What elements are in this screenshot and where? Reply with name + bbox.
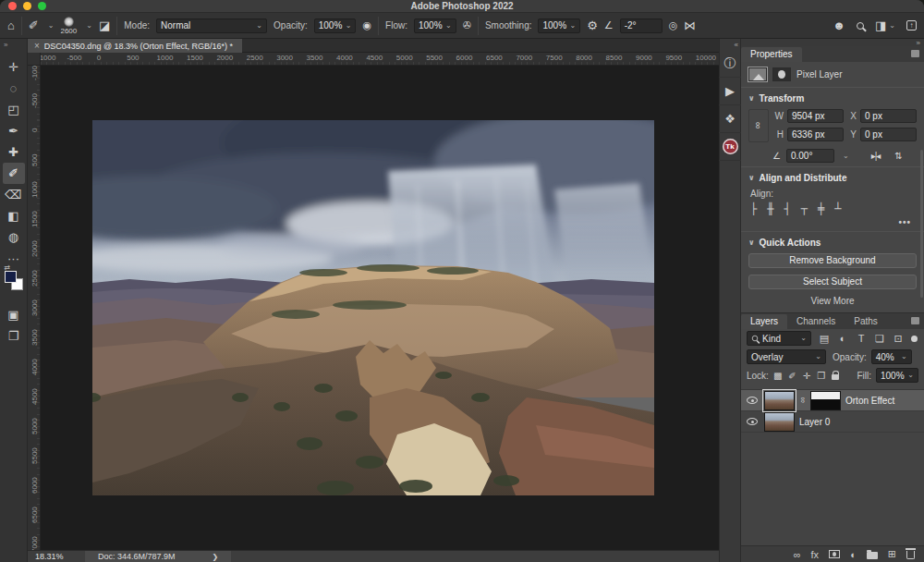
layer-row-layer-0[interactable]: Layer 0 [741, 411, 924, 433]
canvas[interactable] [41, 66, 719, 550]
rotate-angle-input[interactable]: 0.00° [786, 149, 834, 163]
align-right-edges-icon[interactable]: ┤ [784, 202, 790, 215]
new-adjustment-layer-icon[interactable]: ◐ [850, 549, 857, 560]
horizontal-ruler[interactable]: -1000-5000500100015002000250030003500400… [41, 53, 719, 66]
layer-opacity-input[interactable]: 40% ⌄ [871, 349, 912, 364]
flip-horizontal-icon[interactable]: ▸|◂ [871, 151, 881, 161]
layer-mask-thumbnail[interactable] [810, 391, 841, 410]
quick-mask-icon[interactable]: ▣ [3, 304, 25, 325]
filter-type-layers-icon[interactable]: T [855, 333, 868, 344]
marquee-tool-icon[interactable]: ◌ [3, 78, 25, 99]
tab-properties[interactable]: Properties [741, 47, 802, 62]
layer-visibility-toggle[interactable] [745, 397, 760, 404]
view-more-link[interactable]: View More [748, 296, 917, 306]
search-icon[interactable] [857, 22, 864, 30]
smoothing-gear-icon[interactable]: ⚙ [587, 19, 598, 31]
panel-menu-icon[interactable] [911, 50, 919, 57]
panel-menu-icon[interactable] [911, 317, 919, 324]
actions-panel-icon[interactable]: ▶ [719, 78, 741, 105]
zoom-level-field[interactable]: 18.31% [28, 552, 85, 561]
brush-angle-input[interactable]: -2° [620, 18, 663, 33]
filter-smart-objects-icon[interactable]: ⊡ [892, 333, 905, 345]
pressure-size-icon[interactable]: ◎ [669, 20, 678, 31]
align-horizontal-centers-icon[interactable]: ╫ [767, 202, 773, 215]
pixel-layer-thumb-icon[interactable] [748, 67, 767, 81]
eyedropper-tool-icon[interactable]: ✒ [3, 120, 25, 141]
color-swatches[interactable]: ⇄ [3, 271, 25, 295]
close-tab-icon[interactable]: × [34, 41, 40, 51]
chevron-down-icon[interactable]: ⌄ [48, 24, 55, 28]
x-input[interactable]: 0 px [860, 109, 917, 123]
collapse-section-icon[interactable]: ∨ [748, 174, 755, 182]
crop-tool-icon[interactable]: ◰ [3, 99, 25, 120]
layer-blend-mode-select[interactable]: Overlay ⌄ [747, 349, 826, 364]
eraser-tool-icon[interactable]: ⌫ [3, 184, 25, 205]
info-panel-icon[interactable]: ⓘ [719, 50, 741, 78]
brush-tool-icon[interactable]: ✐ [3, 163, 25, 184]
lock-image-pixels-icon[interactable]: ✐ [788, 371, 796, 381]
brush-preset-icon[interactable]: ✐ [29, 19, 39, 31]
canvas-photo[interactable] [92, 120, 654, 495]
opacity-input[interactable]: 100% ⌄ [314, 18, 357, 33]
brush-preset-picker[interactable]: 2600 [60, 17, 77, 35]
layer-thumbnail[interactable] [764, 412, 795, 432]
symmetry-icon[interactable]: ⋈ [684, 19, 696, 31]
align-left-edges-icon[interactable]: ├ [750, 202, 757, 215]
workspace-icon[interactable]: ◨ [875, 19, 886, 31]
flip-vertical-icon[interactable]: ⇅ [894, 151, 901, 161]
align-vertical-centers-icon[interactable]: ╪ [818, 202, 824, 215]
foreground-color-swatch[interactable] [5, 271, 17, 283]
filter-toggle-pin-icon[interactable] [911, 336, 918, 342]
toggle-brush-panel-icon[interactable]: ◪ [99, 19, 110, 31]
lock-transparent-pixels-icon[interactable]: ▩ [773, 371, 782, 381]
blend-mode-select[interactable]: Normal ⌄ [156, 18, 267, 33]
smoothing-input[interactable]: 100% ⌄ [538, 18, 580, 33]
width-input[interactable]: 9504 px [787, 109, 844, 123]
align-bottom-edges-icon[interactable]: ┴ [834, 202, 841, 215]
add-layer-mask-icon[interactable] [829, 550, 840, 558]
toolbar-expand-icon[interactable]: » [0, 39, 27, 49]
collapse-dock-icon[interactable]: « [719, 39, 741, 50]
screen-mode-icon[interactable]: ❐ [3, 325, 25, 347]
filter-shape-layers-icon[interactable]: ❏ [873, 333, 886, 345]
chevron-down-icon[interactable]: ⌄ [86, 24, 92, 28]
height-input[interactable]: 6336 px [787, 128, 844, 141]
sponge-tool-icon[interactable]: ◍ [3, 226, 25, 248]
collapse-section-icon[interactable]: ∨ [748, 238, 755, 247]
extension-panel-icon[interactable]: ❖ [719, 105, 741, 133]
layer-fill-input[interactable]: 100% ⌄ [876, 368, 918, 383]
airbrush-icon[interactable]: ✇ [463, 20, 471, 31]
chevron-down-icon[interactable]: ⌄ [843, 154, 849, 158]
tk-plugin-icon[interactable]: Tk [719, 133, 741, 161]
link-layers-icon[interactable]: ∞ [794, 549, 801, 560]
new-layer-icon[interactable]: ⊞ [888, 548, 896, 560]
document-size-info[interactable]: Doc: 344.6M/787.9M ❯ [85, 551, 231, 562]
move-tool-icon[interactable]: ✛ [3, 56, 25, 78]
collapse-section-icon[interactable]: ∨ [748, 94, 755, 103]
layer-name[interactable]: Layer 0 [799, 417, 830, 427]
pressure-opacity-icon[interactable]: ◉ [362, 20, 371, 31]
layer-thumbnail[interactable] [764, 391, 795, 410]
link-dimensions-icon[interactable]: ∞ [748, 109, 769, 142]
tab-channels[interactable]: Channels [787, 314, 845, 329]
chevron-down-icon[interactable]: ⌄ [889, 24, 895, 28]
delete-layer-icon[interactable] [906, 551, 915, 559]
new-group-icon[interactable] [867, 552, 878, 559]
gradient-tool-icon[interactable]: ◧ [3, 205, 25, 226]
lock-artboard-icon[interactable]: ❐ [817, 371, 825, 381]
document-tab[interactable]: × DSC04350.dng @ 18.3% (Orton Effect, RG… [28, 39, 242, 53]
status-chevron-icon[interactable]: ❯ [213, 553, 219, 561]
healing-brush-tool-icon[interactable]: ✚ [3, 141, 25, 163]
lock-all-icon[interactable] [832, 374, 839, 380]
filter-pixel-layers-icon[interactable]: ▤ [818, 333, 831, 345]
y-input[interactable]: 0 px [860, 128, 917, 141]
align-top-edges-icon[interactable]: ┬ [801, 202, 808, 215]
layer-style-icon[interactable]: fx [811, 549, 820, 560]
align-more-icon[interactable]: ••• [748, 217, 911, 227]
tab-paths[interactable]: Paths [845, 314, 887, 329]
flow-input[interactable]: 100% ⌄ [414, 18, 456, 33]
share-icon[interactable]: ↑ [906, 20, 917, 31]
layer-name[interactable]: Orton Effect [845, 396, 894, 406]
account-icon[interactable]: ☻ [833, 19, 845, 31]
filter-adjustment-layers-icon[interactable]: ◐ [836, 333, 849, 344]
